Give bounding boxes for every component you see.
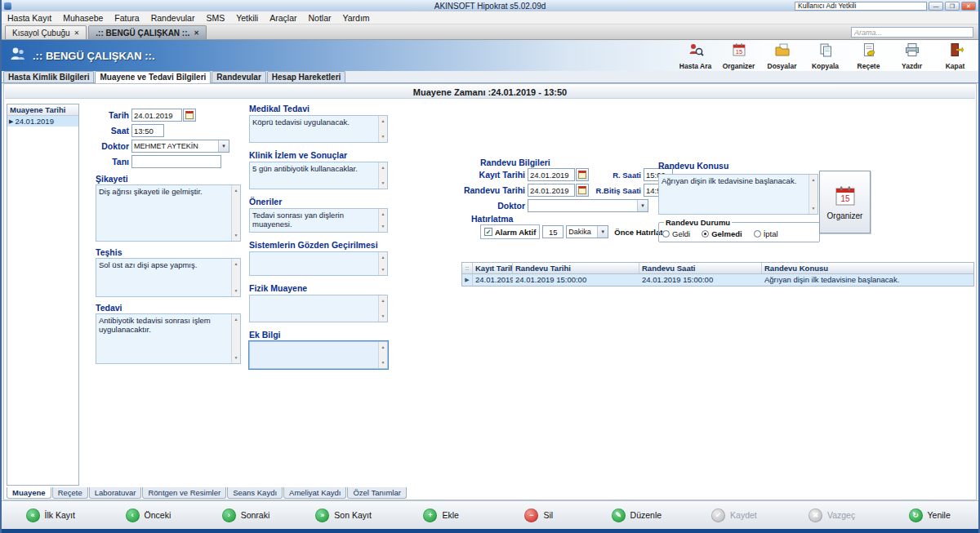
- randevu-konusu-textarea[interactable]: Ağrıyan dişin ilk tedavisine başlanacak.…: [658, 174, 818, 215]
- scroll-down-icon[interactable]: ▼: [234, 286, 238, 295]
- tarih-input[interactable]: [131, 109, 182, 122]
- klinik-izlem-textarea[interactable]: 5 gün antibiyotik kullanacaklar. ▲▼: [249, 162, 388, 189]
- menu-hasta-kayit[interactable]: Hasta Kayıt: [2, 13, 57, 23]
- yazdir-button[interactable]: Yazdır: [890, 41, 933, 70]
- scroll-up-icon[interactable]: ▲: [381, 343, 385, 352]
- tab-close-icon[interactable]: ✕: [74, 29, 80, 37]
- scroll-down-icon[interactable]: ▼: [234, 353, 238, 362]
- scrollbar[interactable]: ▲▼: [231, 314, 240, 363]
- recete-button[interactable]: Reçete: [847, 41, 890, 70]
- teshis-textarea[interactable]: Sol üst azı dişi apse yapmış. ▲▼: [96, 258, 241, 297]
- minimize-button[interactable]: —: [929, 2, 943, 11]
- scroll-up-icon[interactable]: ▲: [234, 186, 238, 195]
- maximize-button[interactable]: ❐: [945, 2, 960, 11]
- radio-gelmedi[interactable]: Gelmedi: [702, 229, 742, 238]
- scroll-up-icon[interactable]: ▲: [234, 315, 238, 324]
- ek-bilgi-textarea[interactable]: ▲▼: [249, 341, 388, 369]
- radio-geldi[interactable]: Geldi: [662, 229, 690, 238]
- close-button[interactable]: ✕: [961, 2, 976, 11]
- scroll-up-icon[interactable]: ▲: [812, 175, 816, 184]
- menu-yetkili[interactable]: Yetkili: [230, 13, 264, 23]
- sistemlerin-gozden-gecirilmesi-textarea[interactable]: ▲▼: [249, 251, 388, 276]
- scroll-down-icon[interactable]: ▼: [234, 231, 238, 240]
- chevron-down-icon[interactable]: ▼: [218, 140, 229, 152]
- menu-araclar[interactable]: Araçlar: [264, 13, 302, 23]
- scroll-down-icon[interactable]: ▼: [381, 265, 385, 274]
- scroll-down-icon[interactable]: ▼: [381, 179, 385, 188]
- alarm-minutes-input[interactable]: [542, 225, 564, 238]
- kayit-tarihi-input[interactable]: [528, 168, 575, 181]
- medikal-tedavi-textarea[interactable]: Köprü tedavisi uygulanacak. ▲▼: [249, 115, 388, 143]
- scrollbar[interactable]: ▲▼: [378, 162, 387, 189]
- scrollbar[interactable]: ▲▼: [378, 209, 387, 232]
- randevu-tarihi-calendar-button[interactable]: [576, 184, 589, 197]
- randevu-doktor-select[interactable]: ▼: [528, 199, 648, 212]
- randevu-tarihi-input[interactable]: [528, 184, 575, 197]
- radio-icon[interactable]: [662, 230, 670, 238]
- subtab-rontgen-ve-resimler[interactable]: Röntgen ve Resimler: [142, 487, 226, 499]
- radio-iptal[interactable]: İptal: [754, 229, 778, 238]
- btn-yenile[interactable]: ↻ Yenile: [880, 509, 978, 522]
- btn-onceki[interactable]: ‹ Önceki: [100, 509, 198, 522]
- btn-ilk-kayit[interactable]: « İlk Kayıt: [2, 509, 100, 522]
- btn-son-kayit[interactable]: » Son Kayıt: [295, 509, 393, 522]
- scrollbar[interactable]: ▲▼: [378, 342, 387, 368]
- tab-randevular[interactable]: Randevular: [212, 71, 265, 82]
- saat-input[interactable]: [131, 124, 164, 137]
- scrollbar[interactable]: ▲▼: [378, 295, 387, 322]
- col-randevu-tarihi[interactable]: Randevu Tarihi: [513, 263, 639, 273]
- kayit-tarihi-calendar-button[interactable]: [576, 168, 589, 181]
- radio-icon[interactable]: [754, 230, 761, 238]
- btn-sonraki[interactable]: › Sonraki: [197, 509, 295, 522]
- scroll-down-icon[interactable]: ▼: [381, 312, 385, 321]
- exam-date-column-header[interactable]: Muayene Tarihi: [7, 104, 78, 116]
- scrollbar[interactable]: ▲▼: [378, 116, 387, 142]
- tarih-calendar-button[interactable]: [183, 109, 196, 122]
- col-kayit-tarihi[interactable]: Kayıt Tarihi: [473, 263, 513, 273]
- scroll-up-icon[interactable]: ▲: [381, 253, 385, 262]
- tani-input[interactable]: [131, 155, 221, 168]
- tab-kisayol-cubugu[interactable]: Kısayol Çubuğu ✕: [5, 25, 87, 39]
- subtab-ozel-tanimlar[interactable]: Özel Tanımlar: [347, 487, 406, 499]
- subtab-recete[interactable]: Reçete: [52, 487, 88, 499]
- menu-fatura[interactable]: Fatura: [109, 13, 145, 23]
- scroll-up-icon[interactable]: ▲: [381, 210, 385, 219]
- menu-sms[interactable]: SMS: [200, 13, 230, 23]
- radio-selected-icon[interactable]: [702, 230, 709, 238]
- btn-duzenle[interactable]: ✎ Düzenle: [588, 509, 686, 522]
- organizer-button[interactable]: 15 Organizer: [717, 41, 760, 70]
- search-input[interactable]: [851, 27, 973, 38]
- scrollbar[interactable]: ▲▼: [808, 175, 817, 214]
- dakika-select[interactable]: Dakika ▼: [566, 225, 608, 238]
- menu-notlar[interactable]: Notlar: [302, 13, 336, 23]
- scroll-up-icon[interactable]: ▲: [381, 163, 385, 172]
- tab-hesap-hareketleri[interactable]: Hesap Hareketleri: [267, 71, 346, 82]
- exam-date-row[interactable]: ▶ 24.01.2019: [7, 116, 78, 127]
- chevron-down-icon[interactable]: ▼: [597, 226, 608, 238]
- scroll-down-icon[interactable]: ▼: [381, 222, 385, 231]
- scroll-up-icon[interactable]: ▲: [234, 260, 238, 269]
- scroll-down-icon[interactable]: ▼: [381, 132, 385, 141]
- hasta-ara-button[interactable]: Hasta Ara: [674, 41, 717, 70]
- chevron-down-icon[interactable]: ▼: [637, 200, 648, 211]
- kopyala-button[interactable]: Kopyala: [804, 41, 847, 70]
- oneriler-textarea[interactable]: Tedavi sonrası yan dişlerin muayenesi. ▲…: [249, 208, 388, 233]
- doktor-select[interactable]: MEHMET AYTEKİN ▼: [131, 140, 229, 153]
- scrollbar[interactable]: ▲▼: [231, 259, 240, 296]
- menu-yardim[interactable]: Yardım: [336, 13, 375, 23]
- tedavi-textarea[interactable]: Antibiyotik tedavisi sonrası işlem uygul…: [96, 313, 241, 364]
- tab-muayene-ve-tedavi-bilgileri[interactable]: Muayene ve Tedavi Bilgileri: [95, 71, 211, 83]
- sikayeti-textarea[interactable]: Diş ağrısı şikayeti ile gelmiştir. ▲▼: [96, 184, 241, 242]
- scroll-up-icon[interactable]: ▲: [381, 117, 385, 126]
- fizik-muayene-textarea[interactable]: ▲▼: [249, 295, 388, 322]
- scrollbar[interactable]: ▲▼: [231, 185, 240, 241]
- tab-bengu-caliskan[interactable]: .:: BENGÜ ÇALIŞKAN ::. ✕: [88, 25, 207, 39]
- subtab-seans-kaydi[interactable]: Seans Kaydı: [227, 487, 283, 499]
- scrollbar[interactable]: ▲▼: [378, 252, 387, 275]
- subtab-laboratuvar[interactable]: Laboratuvar: [89, 487, 142, 499]
- menu-muhasebe[interactable]: Muhasebe: [57, 13, 109, 23]
- scroll-down-icon[interactable]: ▼: [812, 204, 816, 213]
- col-randevu-saati[interactable]: Randevu Saati: [639, 263, 762, 273]
- alarm-aktif-checkbox[interactable]: ✓: [484, 228, 492, 236]
- organizer-big-button[interactable]: 15 Organizer: [819, 171, 871, 233]
